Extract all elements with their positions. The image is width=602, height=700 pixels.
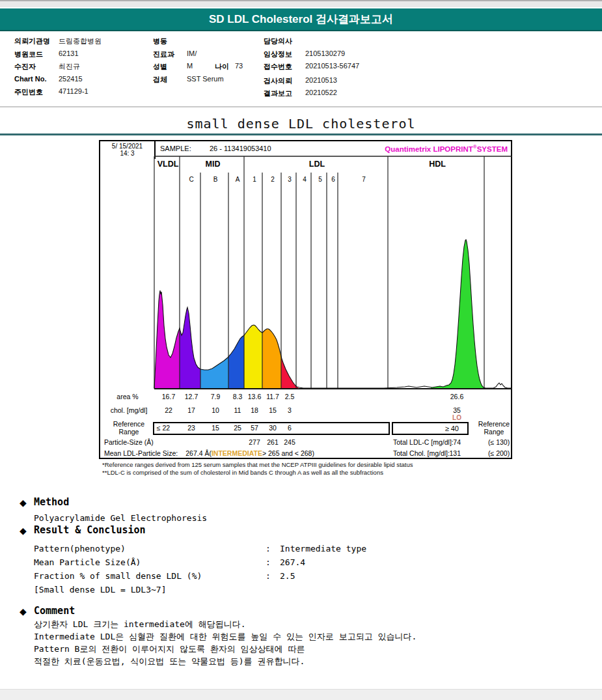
field-label: 의뢰기관명 bbox=[14, 36, 50, 46]
footnote-2: **LDL-C is comprised of the sum of chole… bbox=[102, 469, 383, 477]
total-ldl-ref: (≤ 130) bbox=[488, 438, 510, 446]
field-label: 성별 bbox=[153, 62, 167, 72]
area-value: 2.5 bbox=[275, 393, 304, 400]
field-value: 최진규 bbox=[59, 62, 80, 72]
page-title: small dense LDL cholesterol bbox=[0, 116, 602, 132]
field-label: 결과보고 bbox=[264, 89, 292, 98]
mean-particle-size-row: Mean LDL-Particle Size:267.4 Å(INTERMEDI… bbox=[104, 449, 314, 457]
lipoprint-chart: 5/ 15/2021 14: 3 SAMPLE: 26 - 1134190534… bbox=[99, 140, 512, 459]
field-label: 수진자 bbox=[14, 62, 36, 72]
result-row-value: Intermediate type bbox=[280, 544, 366, 553]
diamond-bullet-icon: ◆ bbox=[20, 606, 27, 617]
brand-logo: Quantimetrix LIPOPRINT®SYSTEM bbox=[385, 144, 508, 153]
field-value: SST Serum bbox=[187, 75, 224, 83]
report-title: SD LDL Cholesterol 검사결과보고서 bbox=[209, 13, 393, 25]
field-value: 62131 bbox=[59, 49, 79, 57]
method-heading: Method bbox=[34, 496, 69, 508]
electrophoresis-plot bbox=[154, 156, 513, 389]
result-row-value: 2.5 bbox=[280, 571, 295, 581]
result-heading: Result & Conclusion bbox=[34, 524, 146, 536]
mean-value: 267.4 Å bbox=[185, 449, 209, 457]
mean-interpretation: INTERMEDIATE bbox=[212, 449, 262, 457]
report-title-bar: SD LDL Cholesterol 검사결과보고서 bbox=[0, 8, 602, 31]
diamond-bullet-icon: ◆ bbox=[20, 497, 27, 508]
sample-value: 26 - 113419053410 bbox=[210, 145, 271, 152]
band-fill-C bbox=[180, 307, 200, 389]
chol-value: 35 bbox=[443, 406, 471, 414]
ref-range-label: Range bbox=[468, 428, 520, 436]
chart-datetime: 5/ 15/2021 14: 3 bbox=[100, 141, 156, 159]
field-value: M bbox=[187, 62, 193, 70]
band-fill-1 bbox=[244, 325, 262, 389]
band-fill-A bbox=[228, 335, 244, 389]
row-label-particle-size: Particle-Size (Å) bbox=[104, 438, 154, 446]
ref-value: 6 bbox=[275, 424, 304, 432]
ref-range-label: Reference bbox=[107, 420, 151, 428]
field-label: 접수번호 bbox=[264, 62, 292, 72]
band-fill-B bbox=[200, 357, 228, 389]
total-chol-value: 131 bbox=[436, 449, 461, 457]
result-row-label: Mean Particle Size(Å) bbox=[34, 557, 141, 567]
field-label: 진료과 bbox=[153, 49, 174, 59]
area-value: 26.6 bbox=[443, 393, 471, 400]
field-value: 2105130279 bbox=[305, 49, 345, 57]
band-fill-3 bbox=[281, 356, 298, 389]
sample-label: SAMPLE: bbox=[160, 145, 191, 152]
field-label: 담당의사 bbox=[264, 36, 292, 46]
chart-time: 14: 3 bbox=[100, 150, 154, 157]
field-value: 20210522 bbox=[305, 89, 337, 96]
footnote-1: *Reference ranges derived from 125 serum… bbox=[102, 461, 413, 469]
row-label-area: area % bbox=[104, 393, 151, 400]
field-label: 검체 bbox=[153, 75, 167, 85]
field-value: 471129-1 bbox=[59, 87, 89, 95]
comment-heading: Comment bbox=[34, 605, 75, 617]
field-value: 20210513-56747 bbox=[305, 62, 359, 70]
field-label: 병동 bbox=[153, 36, 167, 46]
field-value: IM/ bbox=[187, 49, 197, 57]
row-label-chol: chol. [mg/dl] bbox=[103, 406, 155, 414]
title-rule bbox=[0, 133, 602, 135]
field-label: 나이 bbox=[215, 62, 229, 72]
method-body: Polyacrylamide Gel Electrophoresis bbox=[34, 513, 207, 523]
total-chol-ref: (≤ 200) bbox=[488, 449, 510, 457]
result-row-label: Pattern(phenotype) bbox=[34, 544, 126, 553]
comment-line: 적절한 치료(운동요법, 식이요법 또는 약물요법 등)를 권유합니다. bbox=[34, 656, 305, 667]
field-value: 73 bbox=[235, 62, 243, 70]
field-label: 병원코드 bbox=[14, 49, 43, 59]
comment-line: Intermediate LDL은 심혈관 질환에 대한 위험도를 높일 수 있… bbox=[34, 631, 417, 643]
mean-range: > 265 and < 268) bbox=[262, 449, 314, 457]
chol-value: 3 bbox=[275, 406, 304, 414]
section-divider bbox=[0, 106, 602, 108]
ref-value: ≤ 22 bbox=[149, 424, 178, 432]
bottom-strip bbox=[0, 689, 602, 700]
field-value: 252415 bbox=[59, 75, 83, 83]
ref-range-label: Reference bbox=[468, 420, 520, 428]
field-value: 20210513 bbox=[305, 76, 337, 84]
band-fill-2 bbox=[262, 329, 281, 389]
comment-line: Pattern B로의 전환이 이루어지지 않도록 환자의 임상상태에 따른 bbox=[34, 643, 305, 655]
field-value: 드림종합병원 bbox=[59, 36, 102, 46]
comment-line: 상기환자 LDL 크기는 intermediate에 해당됩니다. bbox=[34, 619, 246, 630]
top-strip bbox=[0, 0, 602, 7]
low-flag: LO bbox=[443, 414, 471, 421]
field-label: 임상정보 bbox=[264, 49, 292, 59]
field-label: Chart No. bbox=[14, 75, 47, 83]
particle-size-value: 245 bbox=[275, 438, 304, 446]
total-ldl-value: 74 bbox=[436, 438, 461, 446]
ref-range-label: Range bbox=[107, 428, 151, 436]
mean-label: Mean LDL-Particle Size: bbox=[104, 449, 178, 457]
reference-range-box-hdl: ≥ 40 bbox=[392, 422, 469, 435]
chart-date: 5/ 15/2021 bbox=[100, 143, 154, 150]
result-note: [Small dense LDL = LDL3~7] bbox=[34, 585, 167, 595]
diamond-bullet-icon: ◆ bbox=[20, 525, 27, 536]
field-label: 주민번호 bbox=[14, 87, 43, 97]
result-row-label: Fraction % of small dense LDL (%) bbox=[34, 571, 202, 581]
result-row-value: 267.4 bbox=[280, 557, 305, 567]
field-label: 검사의뢰 bbox=[264, 76, 292, 86]
